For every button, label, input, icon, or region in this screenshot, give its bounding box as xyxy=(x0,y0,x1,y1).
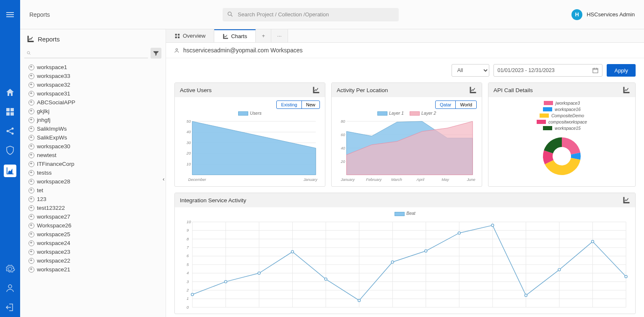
toggle-existing-new[interactable]: Existing New xyxy=(276,101,320,109)
svg-point-71 xyxy=(358,299,361,302)
expand-icon[interactable] xyxy=(29,161,34,167)
chart-icon[interactable] xyxy=(312,86,320,94)
expand-icon[interactable] xyxy=(29,205,34,211)
tree-item[interactable]: workspace1 xyxy=(27,63,166,72)
svg-text:60: 60 xyxy=(341,133,345,137)
chart-icon[interactable] xyxy=(623,86,630,94)
tree-item[interactable]: ITFinanceCorp xyxy=(27,160,166,168)
tree-item[interactable]: workspace23 xyxy=(27,247,166,256)
expand-icon[interactable] xyxy=(29,100,34,106)
tree-item[interactable]: workspace30 xyxy=(27,142,166,151)
tab-add[interactable]: + xyxy=(256,29,271,42)
topbar: Reports H HSCservices Admin xyxy=(20,0,644,29)
expand-icon[interactable] xyxy=(29,196,34,202)
expand-icon[interactable] xyxy=(29,117,34,123)
tree-item[interactable]: gkjlkj xyxy=(27,107,166,116)
card-title: Activity Per Location xyxy=(337,87,388,93)
filter-button[interactable] xyxy=(151,48,161,59)
shield-icon[interactable] xyxy=(5,145,15,155)
tree-item[interactable]: SalikExpWs xyxy=(27,133,166,142)
tree-item[interactable]: test123222 xyxy=(27,204,166,212)
expand-icon[interactable] xyxy=(29,232,34,237)
card-activity-location: Activity Per Location Qatar World Layer … xyxy=(331,82,482,187)
tree-item[interactable]: SalikImpWs xyxy=(27,124,166,133)
expand-icon[interactable] xyxy=(29,144,34,149)
svg-point-4 xyxy=(228,12,231,15)
expand-icon[interactable] xyxy=(29,223,34,229)
expand-icon[interactable] xyxy=(29,179,34,185)
tree-item[interactable]: newtest xyxy=(27,151,166,160)
search-input[interactable] xyxy=(223,8,399,21)
apply-button[interactable]: Apply xyxy=(607,64,636,77)
user-icon[interactable] xyxy=(5,283,15,293)
expand-icon[interactable] xyxy=(29,108,34,114)
toggle-qatar-world[interactable]: Qatar World xyxy=(435,101,477,109)
tree-item[interactable]: workspace32 xyxy=(27,80,166,89)
menu-icon[interactable] xyxy=(5,10,15,20)
card-active-users: Active Users Existing New Users xyxy=(174,82,325,187)
collapse-handle[interactable]: ‹ xyxy=(163,176,168,184)
tree-item[interactable]: 123 xyxy=(27,195,166,204)
expand-icon[interactable] xyxy=(29,126,34,132)
tree-item[interactable]: tet xyxy=(27,186,166,195)
svg-text:9: 9 xyxy=(187,228,189,232)
svg-text:2: 2 xyxy=(186,288,189,292)
tree-item[interactable]: workspace25 xyxy=(27,230,166,239)
expand-icon[interactable] xyxy=(29,258,34,264)
tab-overview[interactable]: Overview xyxy=(166,29,214,42)
expand-icon[interactable] xyxy=(29,170,34,176)
share-icon[interactable] xyxy=(5,126,15,136)
grid-icon[interactable] xyxy=(5,107,15,117)
expand-icon[interactable] xyxy=(29,249,34,255)
svg-rect-8 xyxy=(175,36,177,38)
tree-item[interactable]: workspace24 xyxy=(27,239,166,247)
expand-icon[interactable] xyxy=(29,91,34,97)
svg-point-10 xyxy=(176,48,177,50)
expand-icon[interactable] xyxy=(29,240,34,246)
tab-more[interactable]: ··· xyxy=(271,29,288,42)
svg-point-1 xyxy=(12,128,14,130)
svg-text:April: April xyxy=(416,178,425,182)
user-menu[interactable]: H HSCservices Admin xyxy=(571,9,635,20)
expand-icon[interactable] xyxy=(29,267,34,273)
svg-text:6: 6 xyxy=(187,253,189,258)
tree-item[interactable]: workspace27 xyxy=(27,212,166,221)
expand-icon[interactable] xyxy=(29,188,34,193)
tree-item[interactable]: workspace21 xyxy=(27,265,166,274)
expand-icon[interactable] xyxy=(29,73,34,79)
tree-item[interactable]: testss xyxy=(27,168,166,177)
expand-icon[interactable] xyxy=(29,214,34,220)
scope-select[interactable]: All xyxy=(452,64,489,77)
svg-point-66 xyxy=(191,293,194,296)
tree-item[interactable]: Workspace26 xyxy=(27,221,166,230)
expand-icon[interactable] xyxy=(29,64,34,70)
tree-item[interactable]: workspace33 xyxy=(27,72,166,80)
svg-marker-17 xyxy=(192,121,316,175)
date-range-input[interactable]: 01/01/2023 - 12/31/2023 xyxy=(493,64,602,77)
chart-icon xyxy=(223,34,229,39)
logout-icon[interactable] xyxy=(5,302,15,312)
reports-icon[interactable] xyxy=(4,165,16,177)
expand-icon[interactable] xyxy=(29,135,34,141)
svg-point-77 xyxy=(558,268,561,271)
sidebar-heading: Reports xyxy=(20,29,166,46)
expand-icon[interactable] xyxy=(29,82,34,88)
tree-item[interactable]: workspace31 xyxy=(27,89,166,98)
tree-item[interactable]: workspace22 xyxy=(27,256,166,265)
svg-text:10: 10 xyxy=(187,219,191,224)
tree-item[interactable]: workspace28 xyxy=(27,177,166,186)
chart-icon[interactable] xyxy=(469,86,477,94)
calendar-icon xyxy=(592,67,599,74)
chart-icon[interactable] xyxy=(623,196,630,204)
expand-icon[interactable] xyxy=(29,152,34,158)
tab-charts[interactable]: Charts xyxy=(214,29,256,42)
api-donut-chart xyxy=(537,133,587,179)
gear-icon[interactable] xyxy=(5,264,15,274)
tree-item[interactable]: ABCSocialAPP xyxy=(27,98,166,107)
search-icon xyxy=(227,11,234,18)
svg-point-5 xyxy=(27,52,30,54)
sidebar-search-input[interactable] xyxy=(24,48,148,58)
svg-point-79 xyxy=(625,275,627,278)
tree-item[interactable]: jnhgfj xyxy=(27,116,166,124)
home-icon[interactable] xyxy=(5,88,15,98)
